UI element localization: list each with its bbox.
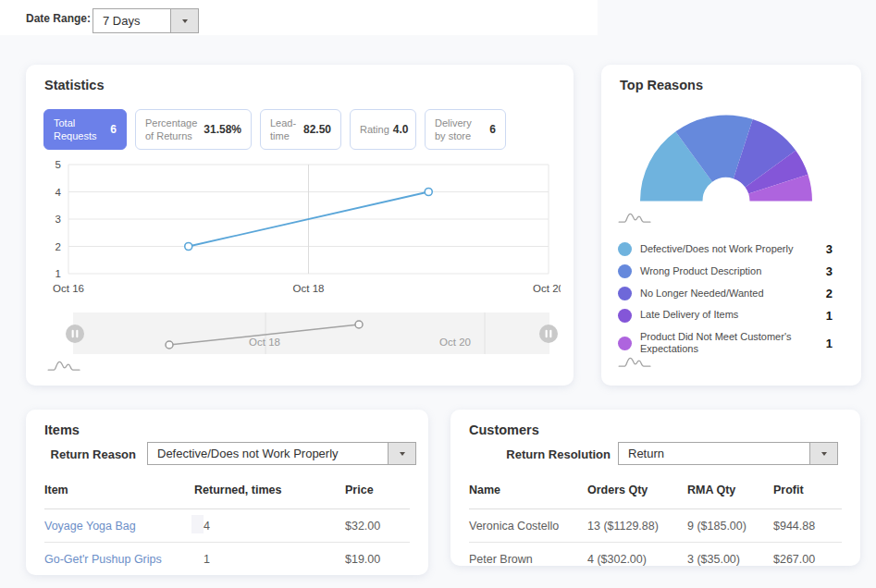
legend-swatch — [618, 309, 632, 323]
svg-text:4: 4 — [56, 187, 62, 198]
legend-swatch — [618, 337, 632, 350]
chevron-down-icon[interactable] — [170, 9, 198, 32]
col-header-orders-qty: Orders Qty — [587, 476, 687, 509]
statistics-title: Statistics — [44, 78, 104, 92]
col-header-name: Name — [469, 476, 587, 509]
legend-item: No Longer Needed/Wanted 2 — [618, 283, 833, 305]
legend-swatch — [618, 242, 632, 256]
chart-range-navigator[interactable]: Oct 18Oct 20 — [31, 312, 561, 355]
customers-panel: Customers Return Resolution Return Name … — [450, 410, 860, 566]
items-title: Items — [44, 423, 80, 437]
top-reasons-legend: Defective/Does not Work Properly 3 Wrong… — [618, 239, 833, 360]
item-link[interactable]: Voyage Yoga Bag — [44, 520, 136, 533]
return-resolution-value: Return — [628, 447, 664, 460]
col-header-price: Price — [345, 476, 410, 509]
table-row: Veronica Costello 13 ($1129.88) 9 ($185.… — [469, 509, 842, 543]
rma-dashboard: Date Range: 7 Days Statistics Total Requ… — [0, 0, 876, 588]
date-range-bar: Date Range: 7 Days — [0, 0, 598, 35]
customers-table: Name Orders Qty RMA Qty Profit Veronica … — [469, 476, 842, 566]
amcharts-logo-icon — [618, 355, 653, 369]
item-link[interactable]: Go-Get'r Pushup Grips — [44, 553, 162, 566]
table-row: Peter Brown 4 ($302.00) 3 ($35.00) $267.… — [469, 543, 842, 567]
svg-text:Oct 18: Oct 18 — [293, 283, 325, 294]
stat-card-delivery-by-store[interactable]: Delivery by store 6 — [425, 109, 506, 150]
return-reason-label: Return Reason — [26, 447, 136, 461]
svg-text:3: 3 — [56, 214, 61, 225]
col-header-item: Item — [44, 476, 194, 509]
date-range-select[interactable]: 7 Days — [93, 8, 199, 33]
items-panel: Items Return Reason Defective/Does not W… — [26, 410, 428, 575]
stat-card-percentage-of-returns[interactable]: Percentage of Returns 31.58% — [135, 109, 252, 150]
svg-text:5: 5 — [56, 159, 61, 170]
stat-card-lead-time[interactable]: Lead-time 82.50 — [260, 109, 341, 150]
svg-text:Oct 20: Oct 20 — [439, 337, 471, 348]
svg-text:Oct 20: Oct 20 — [533, 283, 561, 294]
chevron-down-icon[interactable] — [809, 443, 837, 464]
stat-card-rating[interactable]: Rating 4.0 — [350, 109, 416, 150]
svg-text:1: 1 — [56, 268, 61, 279]
stat-card-total-requests[interactable]: Total Requests 6 — [43, 109, 127, 150]
return-resolution-label: Return Resolution — [450, 447, 611, 461]
top-reasons-title: Top Reasons — [620, 78, 703, 92]
top-reasons-donut-chart — [639, 115, 813, 202]
stat-cards: Total Requests 6 Percentage of Returns 3… — [43, 109, 506, 150]
amcharts-logo-icon — [618, 211, 653, 225]
legend-swatch — [618, 264, 632, 278]
svg-text:Oct 18: Oct 18 — [249, 337, 280, 348]
returns-line-chart: 12345Oct 16Oct 18Oct 20 — [31, 157, 561, 298]
chevron-down-icon[interactable] — [388, 443, 415, 464]
statistics-panel: Statistics Total Requests 6 Percentage o… — [26, 65, 574, 386]
return-resolution-select[interactable]: Return — [618, 442, 838, 465]
return-reason-select[interactable]: Defective/Does not Work Properly — [147, 442, 416, 465]
col-header-rma-qty: RMA Qty — [687, 476, 773, 509]
col-header-returned-times: Returned, times — [194, 476, 345, 509]
col-header-profit: Profit — [773, 476, 842, 509]
return-reason-value: Defective/Does not Work Properly — [157, 447, 339, 460]
legend-item: Wrong Product Description 3 — [618, 261, 833, 283]
table-row: Go-Get'r Pushup Grips 1 $19.00 — [44, 543, 410, 576]
legend-swatch — [618, 287, 632, 300]
amcharts-logo-icon — [47, 359, 82, 373]
top-reasons-panel: Top Reasons Defective/Does not Work Prop… — [601, 65, 861, 386]
table-row: Voyage Yoga Bag 4 $32.00 — [44, 509, 410, 543]
items-table: Item Returned, times Price Voyage Yoga B… — [44, 476, 410, 575]
svg-text:Oct 16: Oct 16 — [53, 283, 84, 294]
date-range-value: 7 Days — [103, 14, 140, 28]
legend-item: Defective/Does not Work Properly 3 — [618, 239, 833, 261]
legend-item: Late Delivery of Items 1 — [618, 304, 833, 326]
customers-title: Customers — [469, 423, 539, 437]
svg-text:2: 2 — [56, 241, 61, 252]
date-range-label: Date Range: — [26, 12, 91, 25]
